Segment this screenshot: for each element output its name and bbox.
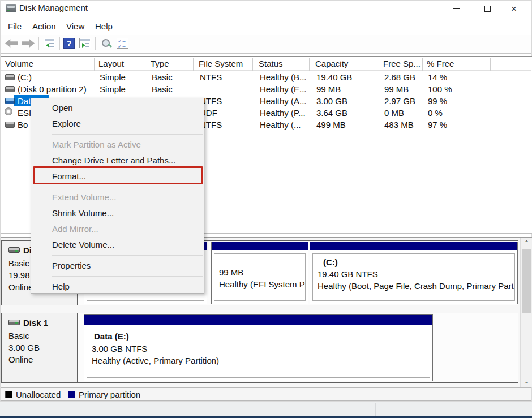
checklist-icon[interactable]: ✓–✓–	[117, 38, 128, 49]
disk0-partition-efi[interactable]: 99 MB Healthy (EFI System Pa	[211, 242, 308, 304]
menu-item-delete-volume[interactable]: Delete Volume...	[31, 237, 204, 253]
partition-status: Healthy (Boot, Page File, Crash Dump, Pr…	[318, 281, 515, 291]
partition-body: 99 MB Healthy (EFI System Pa	[214, 253, 306, 301]
scroll-up-icon[interactable]: ⌃	[521, 238, 532, 249]
cell-capacity: 19.40 GB	[316, 72, 352, 82]
disk0-status: Online	[8, 282, 33, 292]
menu-item-properties[interactable]: Properties	[31, 258, 204, 274]
disk-management-app-icon	[6, 4, 16, 12]
menu-item-shrink-volume[interactable]: Shrink Volume...	[31, 205, 204, 221]
volume-list-header: Volume Layout Type File System Status Ca…	[1, 58, 531, 71]
disk0-partition-c[interactable]: (C:) 19.40 GB NTFS Healthy (Boot, Page F…	[310, 242, 518, 304]
partition-size: 19.40 GB NTFS	[318, 269, 378, 279]
menu-file[interactable]: File	[8, 20, 22, 33]
col-file-system[interactable]: File System	[199, 59, 243, 68]
help-icon[interactable]: ?	[63, 38, 75, 49]
scroll-down-icon[interactable]: ⌄	[521, 376, 532, 387]
cell-pct-free: 97 %	[428, 120, 447, 130]
minimize-icon	[453, 8, 460, 9]
cell-status: Healthy (B...	[260, 72, 307, 82]
primary-partition-strip	[212, 242, 308, 250]
cell-pct-free: 14 %	[428, 72, 447, 82]
cell-free: 99 MB	[384, 84, 409, 94]
menu-item-change-drive-letter[interactable]: Change Drive Letter and Paths...	[31, 153, 204, 169]
cell-capacity: 499 MB	[316, 120, 346, 130]
primary-partition-strip	[84, 315, 432, 325]
volume-icon	[5, 74, 15, 80]
titlebar: Disk Management ×	[1, 1, 531, 16]
cell-free: 2.97 GB	[384, 96, 415, 106]
menu-item-explore[interactable]: Explore	[31, 116, 204, 132]
action-pane-icon[interactable]	[79, 38, 91, 48]
cell-status: Healthy (P...	[260, 108, 306, 118]
primary-partition-strip	[310, 242, 517, 250]
menu-action[interactable]: Action	[32, 20, 56, 33]
cell-free: 0 MB	[384, 108, 404, 118]
cell-layout: Simple	[100, 72, 126, 82]
col-volume[interactable]: Volume	[5, 59, 33, 68]
disk1-name: Disk 1	[23, 318, 48, 327]
col-layout[interactable]: Layout	[98, 59, 124, 68]
disk1-size: 3.00 GB	[8, 343, 40, 352]
menu-item-help[interactable]: Help	[31, 279, 204, 295]
cell-type: Basic	[152, 84, 173, 94]
legend-unallocated: Unallocated	[16, 390, 61, 399]
partition-size: 3.00 GB NTFS	[92, 344, 147, 354]
minimize-button[interactable]	[443, 1, 469, 16]
cell-pct-free: 0 %	[428, 108, 443, 118]
disk-icon	[8, 320, 20, 325]
table-row[interactable]: (C:) Simple Basic NTFS Healthy (B... 19.…	[1, 71, 531, 83]
col-free-space[interactable]: Free Sp...	[383, 59, 421, 68]
disc-icon	[5, 107, 12, 115]
cell-pct-free: 100 %	[428, 84, 452, 94]
cell-free: 2.68 GB	[384, 72, 415, 82]
cell-volume: (Disk 0 partition 2)	[18, 84, 87, 94]
menu-view[interactable]: View	[66, 20, 84, 33]
cell-status: Healthy (A...	[260, 96, 307, 106]
menu-item-open[interactable]: Open	[31, 100, 204, 116]
cell-capacity: 3.64 GB	[316, 108, 347, 118]
menu-separator	[52, 187, 203, 187]
vertical-scrollbar[interactable]: ⌃ ⌄	[520, 238, 532, 387]
menu-separator	[52, 255, 203, 256]
partition-label: (C:)	[323, 257, 338, 267]
disk-view-icon[interactable]	[101, 38, 113, 49]
partition-status: Healthy (Active, Primary Partition)	[92, 356, 219, 365]
volume-icon	[5, 122, 15, 128]
page-background-strip	[0, 402, 532, 418]
partition-body: Data (E:) 3.00 GB NTFS Healthy (Active, …	[87, 329, 430, 378]
disk1-partition-data[interactable]: Data (E:) 3.00 GB NTFS Healthy (Active, …	[84, 314, 433, 381]
maximize-button[interactable]	[474, 1, 500, 16]
disk-management-window: Disk Management × File Action View Help …	[0, 0, 532, 418]
disk1-type: Basic	[8, 331, 29, 341]
menu-help[interactable]: Help	[95, 20, 113, 33]
disk-icon	[8, 247, 20, 253]
close-button[interactable]: ×	[501, 1, 527, 16]
disk1-panel[interactable]: Disk 1 Basic 3.00 GB Online	[2, 313, 78, 382]
col-capacity[interactable]: Capacity	[315, 59, 348, 68]
volume-icon	[5, 86, 15, 92]
legend-primary-partition: Primary partition	[79, 390, 140, 399]
col-type[interactable]: Type	[151, 59, 169, 68]
table-row[interactable]: (Disk 0 partition 2) Simple Basic Health…	[1, 83, 531, 95]
menu-item-format[interactable]: Format...	[31, 169, 204, 184]
scrollbar-thumb[interactable]	[522, 249, 531, 313]
col-pct-free[interactable]: % Free	[427, 59, 454, 68]
col-status[interactable]: Status	[259, 59, 283, 68]
forward-icon[interactable]	[22, 39, 35, 48]
maximize-icon	[484, 6, 491, 12]
cell-free: 483 MB	[384, 120, 414, 130]
cell-pct-free: 99 %	[428, 96, 447, 106]
toolbar: ? ✓–✓–	[1, 35, 531, 54]
menu-bar: File Action View Help	[1, 18, 531, 35]
legend-bar: Unallocated Primary partition	[1, 387, 531, 401]
context-menu: Open Explore Mark Partition as Active Ch…	[31, 98, 204, 294]
partition-label: Data (E:)	[94, 331, 129, 341]
window-title: Disk Management	[19, 3, 88, 12]
back-icon[interactable]	[5, 39, 18, 48]
partition-body: (C:) 19.40 GB NTFS Healthy (Boot, Page F…	[312, 253, 515, 301]
toolbar-separator	[95, 37, 96, 50]
cell-volume: Bo	[18, 120, 28, 130]
console-tree-icon[interactable]	[44, 38, 55, 48]
cell-status: Healthy (E...	[260, 84, 307, 94]
